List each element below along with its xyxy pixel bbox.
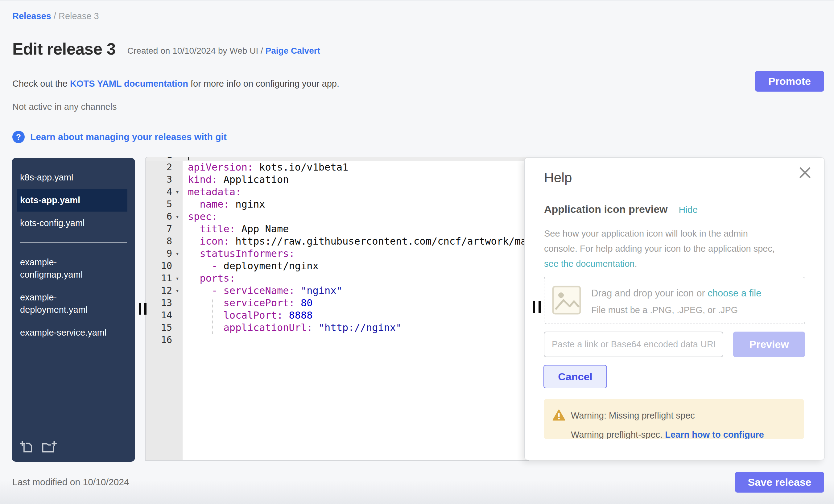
line-number: 13 — [146, 297, 182, 309]
code-line[interactable]: 5 name: nginx — [146, 198, 529, 210]
title-row: Edit release 3 Created on 10/10/2024 by … — [12, 40, 320, 59]
fold-arrow-icon[interactable]: ▾ — [172, 272, 182, 284]
intro-after: for more info on configuring your app. — [188, 79, 339, 89]
file-list: k8s-app.yamlkots-app.yamlkots-config.yam… — [12, 158, 135, 344]
learn-configure-link[interactable]: Learn how to configure — [665, 430, 764, 439]
dropzone-text: Drag and drop your icon or — [591, 288, 707, 299]
code-line[interactable]: 7 title: App Name — [146, 223, 529, 235]
new-folder-button[interactable] — [41, 440, 57, 454]
file-tree-item[interactable]: example-configmap.yaml — [17, 251, 127, 286]
created-text: Created on 10/10/2024 by Web UI / — [127, 46, 266, 56]
icon-preview-title: Application icon preview — [544, 203, 668, 215]
code-line[interactable]: 11▾ ports: — [146, 272, 529, 284]
code-line[interactable]: 8 icon: https://raw.githubusercontent.co… — [146, 235, 529, 247]
breadcrumb-separator: / — [51, 11, 59, 21]
code-lines: 1---2apiVersion: kots.io/v1beta13kind: A… — [146, 157, 529, 346]
code-line[interactable]: 13 servicePort: 80 — [146, 297, 529, 309]
help-panel: Help Application icon preview Hide See h… — [524, 157, 825, 460]
intro-before: Check out the — [12, 79, 70, 89]
new-file-button[interactable] — [20, 440, 35, 454]
code-line[interactable]: 1--- — [146, 157, 529, 161]
file-tree-item[interactable]: kots-app.yaml — [17, 189, 127, 212]
line-number: 5 — [146, 198, 182, 210]
git-releases-help-label: Learn about managing your releases with … — [30, 132, 227, 142]
channel-status-text: Not active in any channels — [12, 102, 117, 112]
line-number: 4▾ — [146, 186, 182, 198]
last-modified-text: Last modified on 10/10/2024 — [12, 477, 129, 487]
code-line[interactable]: 14 localPort: 8888 — [146, 309, 529, 322]
fold-arrow-icon[interactable]: ▾ — [172, 247, 182, 260]
icon-url-input[interactable] — [544, 332, 723, 357]
page-title: Edit release 3 — [12, 40, 116, 59]
file-tree-item[interactable]: example-service.yaml — [17, 321, 127, 344]
warning-triangle-icon — [552, 409, 565, 421]
text-cursor — [188, 157, 189, 160]
line-number: 12▾ — [146, 284, 182, 297]
line-number: 15 — [146, 322, 182, 334]
save-release-button[interactable]: Save release — [735, 472, 824, 492]
fold-arrow-icon[interactable]: ▾ — [172, 186, 182, 198]
editor-panel-resize-handle[interactable] — [533, 301, 541, 313]
code-line[interactable]: 3kind: Application — [146, 173, 529, 186]
breadcrumb-releases-link[interactable]: Releases — [12, 11, 51, 21]
warning-detail-text: Warning preflight-spec. — [571, 430, 665, 439]
icon-preview-section: Application icon preview Hide — [544, 203, 698, 215]
tree-editor-resize-handle[interactable] — [139, 303, 147, 314]
warning-title: Warning: Missing preflight spec — [571, 411, 695, 421]
preview-button[interactable]: Preview — [733, 332, 805, 357]
indent-guide — [212, 297, 213, 334]
code-line[interactable]: 9▾ statusInformers: — [146, 247, 529, 260]
description-period: . — [634, 259, 637, 269]
line-number: 8 — [146, 235, 182, 247]
see-documentation-link[interactable]: see the documentation — [544, 259, 634, 269]
line-number: 14 — [146, 309, 182, 322]
help-panel-title: Help — [544, 170, 572, 185]
code-line[interactable]: 16 — [146, 334, 529, 346]
file-tree-item[interactable]: example-deployment.yaml — [17, 286, 127, 321]
promote-button[interactable]: Promote — [755, 71, 824, 92]
code-line[interactable]: 4▾metadata: — [146, 186, 529, 198]
description-line: See how your application icon will look … — [544, 226, 775, 241]
kots-yaml-docs-link[interactable]: KOTS YAML documentation — [70, 79, 188, 89]
close-icon[interactable] — [798, 166, 812, 180]
file-list-divider — [20, 242, 127, 243]
breadcrumb-current: Release 3 — [59, 11, 99, 21]
preflight-warning-box: Warning: Missing preflight spec Warning … — [544, 399, 804, 439]
git-releases-help-link[interactable]: ? Learn about managing your releases wit… — [12, 131, 227, 143]
cancel-button[interactable]: Cancel — [544, 365, 607, 388]
icon-preview-description: See how your application icon will look … — [544, 226, 775, 271]
line-number: 16 — [146, 334, 182, 346]
code-line[interactable]: 6▾spec: — [146, 210, 529, 223]
file-tree-item[interactable]: k8s-app.yaml — [17, 166, 127, 189]
code-line[interactable]: 15 applicationUrl: "http://nginx" — [146, 322, 529, 334]
line-number: 9▾ — [146, 247, 182, 260]
line-number: 1 — [146, 157, 182, 161]
fold-arrow-icon[interactable]: ▾ — [172, 210, 182, 223]
created-info: Created on 10/10/2024 by Web UI / Paige … — [127, 46, 320, 59]
code-line[interactable]: 12▾ - serviceName: "nginx" — [146, 284, 529, 297]
file-tree-actions — [19, 434, 127, 462]
code-line[interactable]: 2apiVersion: kots.io/v1beta1 — [146, 161, 529, 173]
author-link[interactable]: Paige Calvert — [266, 46, 320, 56]
breadcrumb: Releases / Release 3 — [12, 11, 99, 21]
line-number: 7 — [146, 223, 182, 235]
dropzone-filetypes-text: File must be a .PNG, .JPEG, or .JPG — [591, 305, 738, 315]
hide-link[interactable]: Hide — [679, 204, 698, 215]
yaml-code-editor[interactable]: 1---2apiVersion: kots.io/v1beta13kind: A… — [145, 157, 529, 461]
description-line: console. For help adding your icon to th… — [544, 241, 775, 256]
line-number: 11▾ — [146, 272, 182, 284]
intro-text: Check out the KOTS YAML documentation fo… — [12, 79, 339, 89]
file-tree-panel: k8s-app.yamlkots-app.yamlkots-config.yam… — [12, 158, 135, 462]
choose-file-link[interactable]: choose a file — [707, 288, 761, 299]
file-tree-item[interactable]: kots-config.yaml — [17, 212, 127, 235]
line-number: 2 — [146, 161, 182, 173]
question-mark-icon: ? — [12, 131, 25, 143]
image-placeholder-icon — [552, 285, 581, 315]
code-line[interactable]: 10 - deployment/nginx — [146, 260, 529, 272]
line-number: 10 — [146, 260, 182, 272]
icon-dropzone[interactable]: Drag and drop your icon or choose a file… — [544, 277, 805, 324]
fold-arrow-icon[interactable]: ▾ — [172, 284, 182, 297]
line-number: 6▾ — [146, 210, 182, 223]
line-number: 3 — [146, 173, 182, 186]
